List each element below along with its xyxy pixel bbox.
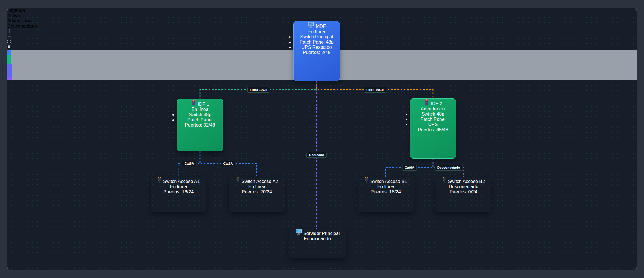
node-idf2[interactable]: IDF 2 Advertencia Switch 48p Patch Panel… — [410, 98, 456, 159]
node-title: Servidor Principal — [303, 231, 340, 236]
node-title: MDF — [316, 24, 326, 29]
node-items: Switch 48p Patch Panel UPS — [410, 112, 456, 127]
joystick-icon — [191, 102, 198, 107]
node-item: UPS — [410, 122, 456, 127]
node-server[interactable]: Servidor Principal Funcionando — [289, 229, 346, 258]
ports-badge: Puertos: 20/24 — [229, 189, 285, 195]
status-row: Funcionando — [289, 236, 346, 241]
status-row: En línea — [358, 184, 414, 189]
electric-plug-icon — [236, 179, 241, 184]
node-items: Switch Principal Patch Panel 48p UPS Res… — [294, 34, 340, 50]
node-switch-a1[interactable]: Switch Acceso A1 En línea Puertos: 16/24 — [151, 177, 206, 212]
node-mdf[interactable]: MDF En línea Switch Principal Patch Pane… — [293, 21, 340, 81]
edge-label-cat6a-b1[interactable]: Cat6A — [402, 165, 417, 171]
status-label: En línea — [192, 107, 209, 112]
electric-plug-icon — [364, 179, 370, 184]
ports-badge: Puertos: 32/48 — [177, 123, 223, 128]
node-items: Switch 48p Patch Panel — [177, 112, 223, 123]
ports-badge: Puertos: 16/24 — [151, 189, 206, 195]
ports-badge: Puertos: 45/48 — [410, 127, 456, 132]
node-switch-a2[interactable]: Switch Acceso A2 En línea Puertos: 20/24 — [229, 177, 285, 212]
status-label: En línea — [248, 184, 266, 189]
ports-badge: Puertos: 18/24 — [358, 189, 414, 195]
desktop-computer-icon — [307, 24, 315, 29]
node-title: IDF 1 — [198, 102, 209, 107]
edge-label-fibra-left[interactable]: Fibra 10Gb — [247, 87, 270, 93]
desktop-computer-icon — [295, 231, 303, 236]
ports-badge: Puertos: 0/24 — [436, 189, 491, 195]
edge-label-desconectado[interactable]: Desconectado — [435, 165, 463, 171]
status-row: Desconectado — [436, 184, 491, 189]
edge-label-cat6a-a1[interactable]: Cat6A — [182, 161, 196, 166]
node-item: Switch 48p — [177, 112, 223, 117]
status-row: Advertencia — [410, 106, 456, 112]
status-row: En línea — [177, 107, 223, 112]
edge-label-cat6a-a2[interactable]: Cat6A — [221, 161, 235, 166]
status-label: En línea — [170, 184, 187, 189]
node-item: Patch Panel — [410, 117, 456, 122]
status-label: En línea — [308, 29, 325, 34]
node-title: IDF 2 — [431, 101, 442, 106]
status-row: En línea — [294, 29, 340, 34]
node-item: UPS Respaldo — [294, 45, 340, 50]
status-label: Advertencia — [421, 106, 445, 111]
joystick-icon — [424, 101, 431, 106]
flow-canvas[interactable]: Fibra 10Gb Fibra 10Gb Dedicado Cat6A Cat… — [7, 8, 637, 270]
node-switch-b1[interactable]: Switch Acceso B1 En línea Puertos: 18/24 — [358, 177, 414, 212]
status-row: En línea — [151, 184, 206, 189]
node-idf1[interactable]: IDF 1 En línea Switch 48p Patch Panel Pu… — [177, 99, 223, 151]
node-item: Patch Panel 48p — [294, 40, 340, 45]
status-row: En línea — [229, 184, 285, 189]
status-label: Funcionando — [304, 236, 331, 241]
status-label: Desconectado — [449, 184, 478, 189]
edge-label-dedicado[interactable]: Dedicado — [306, 152, 327, 158]
node-switch-b2[interactable]: Switch Acceso B2 Desconectado Puertos: 0… — [436, 177, 491, 212]
edge-label-fibra-right[interactable]: Fibra 10Gb — [364, 87, 386, 93]
node-item: Switch 48p — [410, 112, 456, 117]
node-item: Switch Principal — [294, 34, 340, 40]
ports-badge: Puertos: 2/48 — [294, 50, 340, 55]
node-title: Switch Acceso A1 — [163, 179, 200, 184]
node-title: Switch Acceso B1 — [370, 179, 407, 184]
status-label: En línea — [377, 184, 394, 189]
electric-plug-icon — [442, 179, 448, 184]
node-title: Switch Acceso A2 — [241, 179, 278, 184]
node-item: Patch Panel — [177, 117, 223, 123]
electric-plug-icon — [157, 179, 163, 184]
node-title: Switch Acceso B2 — [448, 179, 485, 184]
